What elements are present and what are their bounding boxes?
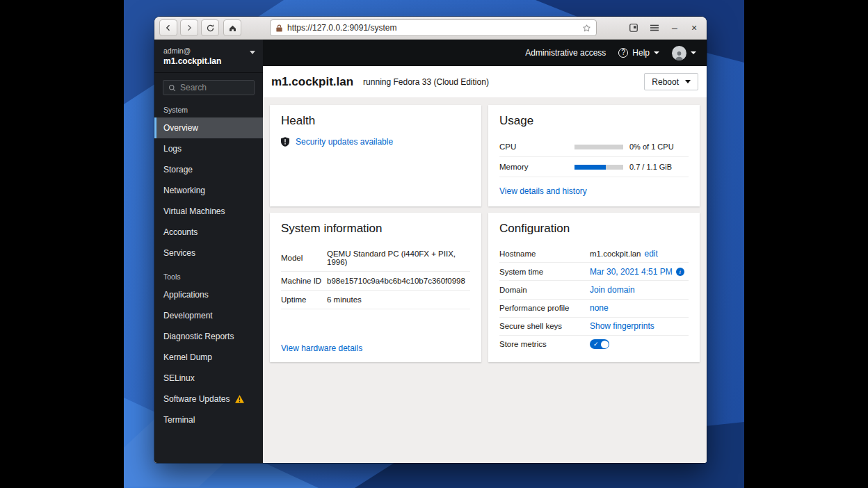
nav-section-system: System: [154, 97, 263, 117]
hostname-edit-link[interactable]: edit: [645, 249, 658, 259]
url-text[interactable]: https://127.0.0.2:9091/system: [287, 23, 578, 33]
bookmark-star-icon[interactable]: [582, 24, 591, 33]
minimize-button[interactable]: –: [667, 19, 682, 36]
config-row-performance-profile: Performance profile none: [499, 300, 689, 318]
uptime-label: Uptime: [281, 295, 327, 304]
hostname-value: m1.cockpit.lan: [590, 250, 641, 258]
reload-button[interactable]: [201, 19, 219, 36]
view-details-history-link[interactable]: View details and history: [499, 186, 689, 196]
search-icon: [168, 84, 176, 92]
main-area: Administrative access ? Help m1.cock: [263, 40, 707, 463]
sidebar-item-logs[interactable]: Logs: [154, 138, 263, 159]
reload-icon: [206, 24, 215, 33]
back-icon: [164, 24, 172, 32]
info-icon[interactable]: i: [676, 268, 684, 276]
cpu-value: 0% of 1 CPU: [629, 143, 674, 151]
usage-card: Usage CPU 0% of 1 CPU Memory 0.7 / 1.1 G…: [488, 105, 700, 206]
menu-button[interactable]: [646, 19, 663, 36]
sidebar-item-selinux[interactable]: SELinux: [154, 368, 263, 389]
model-label: Model: [281, 254, 327, 262]
usage-row-memory: Memory 0.7 / 1.1 GiB: [499, 157, 689, 177]
address-bar[interactable]: https://127.0.0.2:9091/system: [270, 19, 597, 36]
content-grid: Health Security updates available Usage …: [263, 97, 707, 463]
admin-access-indicator[interactable]: Administrative access: [525, 48, 606, 58]
toggle-knob: [601, 341, 609, 348]
help-label: Help: [632, 48, 650, 58]
os-subtitle: running Fedora 33 (Cloud Edition): [363, 77, 489, 87]
machine-id-label: Machine ID: [281, 277, 327, 285]
back-button[interactable]: [159, 19, 177, 36]
sidebar-item-diagnostic-reports[interactable]: Diagnostic Reports: [154, 326, 263, 347]
machine-id-value: b98e15710c9a4bc6b4c10b7c360f0998: [327, 277, 465, 285]
browser-toolbar: https://127.0.0.2:9091/system – ×: [154, 17, 707, 40]
configuration-card: Configuration Hostname m1.cockpit.lan ed…: [488, 213, 700, 362]
config-row-secure-shell-keys: Secure shell keys Show fingerprints: [499, 318, 689, 336]
sidebar: admin@ m1.cockpit.lan Search System Over…: [154, 40, 263, 463]
sidebar-item-networking[interactable]: Networking: [154, 180, 263, 201]
chevron-down-icon: [250, 51, 255, 54]
sidebar-item-applications[interactable]: Applications: [154, 284, 263, 305]
sidebar-item-services[interactable]: Services: [154, 243, 263, 263]
sidebar-item-terminal[interactable]: Terminal: [154, 409, 263, 430]
info-row-uptime: Uptime 6 minutes: [281, 291, 470, 309]
sidebar-item-kernel-dump[interactable]: Kernel Dump: [154, 347, 263, 368]
show-fingerprints-link[interactable]: Show fingerprints: [590, 321, 654, 331]
domain-label: Domain: [499, 286, 590, 294]
toolbar-right-group: – ×: [625, 19, 702, 36]
home-button[interactable]: [223, 19, 241, 36]
memory-label: Memory: [499, 163, 574, 171]
user-menu[interactable]: admin@ m1.cockpit.lan: [154, 40, 263, 73]
close-button[interactable]: ×: [686, 19, 702, 36]
sidebar-item-virtual-machines[interactable]: Virtual Machines: [154, 201, 263, 222]
store-metrics-toggle[interactable]: ✓: [590, 339, 609, 349]
session-menu[interactable]: [672, 46, 696, 60]
system-time-link[interactable]: Mar 30, 2021 4:51 PM: [590, 267, 673, 277]
card-title-usage: Usage: [499, 114, 689, 128]
usage-row-cpu: CPU 0% of 1 CPU: [499, 137, 689, 157]
search-input[interactable]: Search: [163, 80, 255, 95]
memory-value: 0.7 / 1.1 GiB: [629, 163, 672, 171]
reboot-button[interactable]: Reboot: [644, 73, 698, 90]
hostname-label: Hostname: [499, 250, 590, 258]
memory-progress-bar: [574, 165, 623, 170]
cockpit-app: admin@ m1.cockpit.lan Search System Over…: [154, 40, 707, 463]
check-icon: ✓: [593, 339, 599, 349]
card-title-health: Health: [281, 114, 470, 128]
forward-button[interactable]: [180, 19, 198, 36]
search-placeholder: Search: [180, 83, 207, 92]
config-row-hostname: Hostname m1.cockpit.lan edit: [499, 245, 689, 263]
help-menu[interactable]: ? Help: [618, 48, 659, 58]
user-icon: [674, 50, 684, 60]
warning-icon: [235, 395, 244, 403]
sidebar-item-accounts[interactable]: Accounts: [154, 222, 263, 243]
card-title-system-information: System information: [281, 222, 470, 236]
forward-icon: [185, 24, 193, 32]
help-icon: ?: [618, 48, 628, 58]
performance-profile-label: Performance profile: [499, 304, 590, 312]
sidebar-item-development[interactable]: Development: [154, 305, 263, 326]
performance-profile-link[interactable]: none: [590, 303, 609, 313]
sidebar-item-storage[interactable]: Storage: [154, 159, 263, 180]
sidebar-item-software-updates[interactable]: Software Updates: [154, 389, 263, 409]
model-value: QEMU Standard PC (i440FX + PIIX, 1996): [327, 250, 470, 266]
tab-overview-button[interactable]: [625, 19, 642, 36]
desktop: https://127.0.0.2:9091/system – × admin@: [0, 0, 868, 488]
user-name: admin@: [163, 46, 245, 56]
security-updates-link[interactable]: Security updates available: [296, 137, 393, 147]
uptime-value: 6 minutes: [327, 295, 362, 304]
security-lock-icon[interactable]: [275, 24, 283, 33]
health-item: Security updates available: [281, 137, 470, 147]
cpu-label: CPU: [499, 143, 574, 151]
home-icon: [228, 24, 237, 33]
chevron-down-icon: [691, 51, 696, 54]
app-header: Administrative access ? Help: [263, 40, 707, 66]
browser-window: https://127.0.0.2:9091/system – × admin@: [154, 17, 707, 463]
info-row-machine-id: Machine ID b98e15710c9a4bc6b4c10b7c360f0…: [281, 272, 470, 291]
page-title: m1.cockpit.lan: [271, 75, 353, 89]
view-hardware-details-link[interactable]: View hardware details: [281, 343, 470, 353]
sidebar-item-overview[interactable]: Overview: [154, 117, 263, 138]
shield-icon: [281, 137, 289, 147]
join-domain-link[interactable]: Join domain: [590, 285, 635, 295]
user-host: m1.cockpit.lan: [163, 56, 245, 67]
store-metrics-label: Store metrics: [499, 340, 590, 348]
